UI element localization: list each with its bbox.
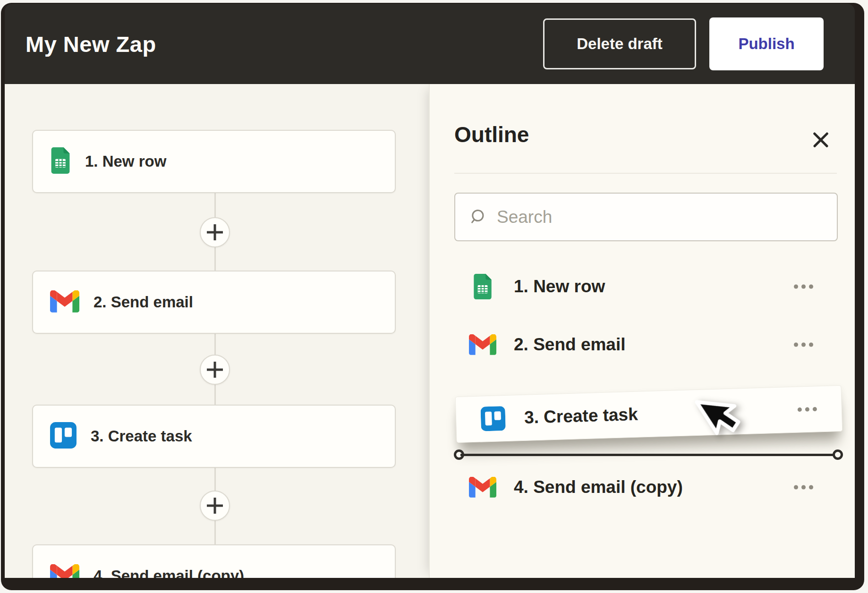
step-label: 2. Send email xyxy=(94,293,193,311)
outline-search xyxy=(454,193,838,241)
outline-panel: Outline 1. New row xyxy=(429,84,855,578)
search-icon xyxy=(468,207,488,227)
outline-item-label: 4. Send email (copy) xyxy=(514,477,683,497)
step-card-4[interactable]: 4. Send email (copy) xyxy=(32,544,396,578)
outline-item-4[interactable]: 4. Send email (copy) xyxy=(454,461,838,513)
top-bar: My New Zap Delete draft Publish xyxy=(5,4,855,84)
editor-content: 1. New row 2. Send email xyxy=(5,84,855,578)
search-input[interactable] xyxy=(496,207,824,228)
gmail-icon xyxy=(50,564,79,578)
more-options-icon[interactable] xyxy=(790,339,817,351)
add-step-button-3[interactable] xyxy=(200,491,230,521)
drop-indicator xyxy=(456,449,841,460)
outline-item-2[interactable]: 2. Send email xyxy=(454,319,838,371)
more-options-icon[interactable] xyxy=(793,403,821,416)
drop-indicator-line xyxy=(460,454,836,456)
gmail-icon xyxy=(464,334,502,355)
step-card-2[interactable]: 2. Send email xyxy=(32,271,396,334)
gmail-icon xyxy=(464,477,502,498)
trello-icon xyxy=(474,406,512,432)
google-sheets-icon xyxy=(50,147,71,176)
workflow-canvas: 1. New row 2. Send email xyxy=(5,84,429,578)
publish-button[interactable]: Publish xyxy=(709,17,824,70)
gmail-icon xyxy=(50,290,79,314)
add-step-button-2[interactable] xyxy=(200,355,230,385)
zap-title: My New Zap xyxy=(26,31,156,57)
top-bar-actions: Delete draft Publish xyxy=(543,4,824,84)
outline-item-label: 3. Create task xyxy=(524,405,638,428)
step-card-1[interactable]: 1. New row xyxy=(32,130,396,193)
step-label: 4. Send email (copy) xyxy=(94,567,244,578)
step-card-3[interactable]: 3. Create task xyxy=(32,405,396,468)
panel-divider xyxy=(454,173,837,174)
outline-item-1[interactable]: 1. New row xyxy=(454,261,838,313)
add-step-button-1[interactable] xyxy=(200,217,230,247)
more-options-icon[interactable] xyxy=(790,482,817,493)
outline-title: Outline xyxy=(454,122,529,147)
delete-draft-button[interactable]: Delete draft xyxy=(543,18,696,69)
trello-icon xyxy=(50,422,77,450)
step-label: 3. Create task xyxy=(91,427,192,445)
more-options-icon[interactable] xyxy=(790,281,817,293)
outline-item-3-dragging[interactable]: 3. Create task xyxy=(455,385,843,443)
outline-item-label: 2. Send email xyxy=(514,335,626,355)
google-sheets-icon xyxy=(464,274,502,299)
drop-indicator-endpoint xyxy=(833,449,843,460)
step-label: 1. New row xyxy=(85,152,166,170)
outline-item-label: 1. New row xyxy=(514,277,605,296)
close-icon[interactable] xyxy=(809,128,832,151)
